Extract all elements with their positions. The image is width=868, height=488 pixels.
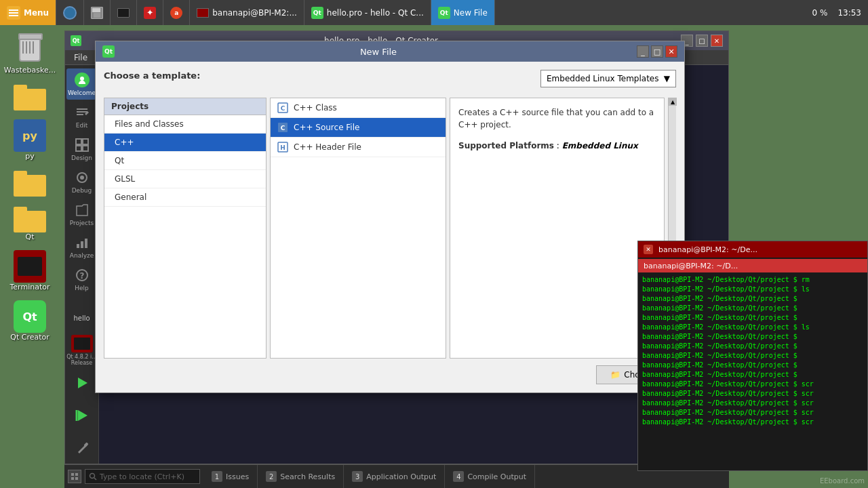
sidebar-item-hello[interactable]: hello	[66, 302, 98, 333]
analyze-icon	[74, 235, 90, 251]
category-glsl[interactable]: GLSL	[104, 170, 266, 188]
terminal-titlebar: ✕ bananapi@BPI-M2: ~/De...	[638, 241, 867, 258]
template-cpp-class[interactable]: C C++ Class	[271, 98, 446, 118]
sidebar-item-design[interactable]: Design	[66, 134, 98, 165]
watermark: EEboard.com	[820, 477, 865, 485]
sidebar-item-welcome[interactable]: Welcome	[66, 68, 98, 100]
avast-button[interactable]: a	[163, 0, 190, 25]
dialog-titlebar: Qt New File _ □ ✕	[96, 41, 684, 62]
panel-toggle[interactable]	[68, 470, 81, 483]
qt-creator-desktop-icon[interactable]: Qt Qt Creator	[5, 298, 54, 344]
term-line-15: bananapi@BPI-M2 ~/Desktop/Qt/project $ s…	[642, 418, 863, 427]
qt-version-label: Qt 4.8.2 i... Release	[66, 354, 98, 366]
py-icon[interactable]: py py	[5, 117, 54, 163]
description-panel: Creates a C++ source file that you can a…	[450, 98, 665, 359]
qt-folder-label: Qt	[26, 232, 35, 241]
terminator-icon[interactable]: Terminator	[5, 247, 54, 294]
svg-rect-0	[9, 9, 18, 11]
dialog-maximize[interactable]: □	[651, 45, 663, 58]
template-cpp-source[interactable]: C C++ Source File	[271, 118, 446, 138]
svg-rect-29	[75, 473, 78, 476]
debug-label: Debug	[72, 187, 92, 194]
sidebar-item-help[interactable]: ? Help	[66, 264, 98, 295]
terminator-screen	[18, 257, 42, 276]
dialog-controls: _ □ ✕	[637, 45, 677, 58]
platforms-colon: :	[557, 141, 562, 150]
issues-num: 1	[212, 471, 222, 482]
bananapi-terminal-button[interactable]: bananapi@BPI-M2:...	[190, 0, 304, 25]
wastebasket-label: Wastebaske...	[4, 66, 56, 75]
svg-rect-7	[76, 139, 81, 144]
svg-rect-6	[77, 114, 83, 115]
sidebar-item-build[interactable]	[66, 432, 98, 464]
template-cpp-header[interactable]: H C++ Header File	[271, 138, 446, 157]
terminal-close-btn[interactable]: ✕	[644, 245, 653, 254]
svg-rect-4	[77, 108, 87, 110]
platforms-section: Supported Platforms : Embedded Linux	[458, 141, 656, 150]
qt-folder-icon[interactable]: Qt	[5, 203, 54, 244]
tab-search-results[interactable]: 2 Search Results	[258, 465, 344, 489]
terminal-dark-icon	[117, 8, 130, 18]
maximize-button[interactable]: □	[696, 35, 708, 47]
dialog-close[interactable]: ✕	[665, 45, 677, 58]
wastebasket-icon[interactable]: Wastebaske...	[5, 30, 54, 77]
category-qt[interactable]: Qt	[104, 152, 266, 170]
svg-rect-28	[71, 473, 74, 476]
scroll-up-arrow[interactable]: ▲	[669, 98, 677, 106]
close-button[interactable]: ✕	[711, 35, 723, 47]
menu-button[interactable]: Menu	[0, 0, 56, 25]
category-general[interactable]: General	[104, 188, 266, 207]
search-results-label: Search Results	[280, 472, 335, 481]
folder1-icon[interactable]	[5, 81, 54, 113]
terminal-dark-button[interactable]	[111, 0, 137, 25]
disk-icon	[91, 7, 103, 19]
sidebar-item-debug[interactable]: Debug	[66, 166, 98, 197]
menu-file[interactable]: File	[68, 50, 93, 65]
category-cpp[interactable]: C++	[104, 134, 266, 152]
term-line-5: bananapi@BPI-M2 ~/Desktop/Qt/project $ l…	[642, 323, 863, 332]
dialog-main: Projects Files and Classes C++ Qt GLSL G…	[104, 98, 676, 359]
term-line-1: bananapi@BPI-M2 ~/Desktop/Qt/project $ l…	[642, 285, 863, 294]
folder2-icon[interactable]	[5, 167, 54, 199]
qt-creator-button[interactable]: Qt hello.pro - hello - Qt C...	[304, 0, 431, 25]
term-line-3: bananapi@BPI-M2 ~/Desktop/Qt/project $	[642, 304, 863, 313]
template-dropdown[interactable]: Embedded Linux Templates ▼	[540, 70, 676, 87]
sidebar-item-qt-version[interactable]: Qt 4.8.2 i... Release	[66, 335, 98, 366]
menu-icon	[7, 6, 20, 20]
choose-icon: 📁	[610, 370, 620, 380]
category-files-and-classes[interactable]: Files and Classes	[104, 115, 266, 134]
term-line-4: bananapi@BPI-M2 ~/Desktop/Qt/project $	[642, 313, 863, 323]
sidebar-item-edit[interactable]: Edit	[66, 101, 98, 132]
qt-creator-desktop-label: Qt Creator	[10, 333, 50, 342]
dialog-title: New File	[120, 47, 637, 57]
dialog-minimize[interactable]: _	[637, 45, 649, 58]
creator-sidebar: Welcome Edit Design	[65, 65, 99, 464]
app-output-label: Application Output	[366, 472, 436, 481]
globe-button[interactable]	[56, 0, 84, 25]
save-button[interactable]	[84, 0, 111, 25]
tab-issues[interactable]: 1 Issues	[203, 465, 258, 489]
bottom-panel: Type to locate (Ctrl+K) 1 Issues 2 Searc…	[64, 464, 729, 488]
tab-application-output[interactable]: 3 Application Output	[344, 465, 445, 489]
tab-compile-output[interactable]: 4 Compile Output	[445, 465, 535, 489]
terminal-tab[interactable]: bananapi@BPI-M2: ~/D...	[638, 259, 867, 272]
sidebar-item-build-run[interactable]	[66, 400, 98, 431]
py-label: py	[25, 152, 35, 161]
locate-search[interactable]: Type to locate (Ctrl+K)	[85, 469, 200, 484]
dropdown-arrow: ▼	[664, 74, 670, 83]
sidebar-item-run[interactable]	[66, 367, 98, 399]
sidebar-item-projects[interactable]: Projects	[66, 199, 98, 230]
svg-rect-9	[76, 146, 81, 151]
svg-rect-15	[85, 239, 87, 248]
new-file-tab-label: New File	[454, 8, 488, 18]
sidebar-item-analyze[interactable]: Analyze	[66, 231, 98, 262]
template-list: C C++ Class C C++ Source File H	[270, 98, 446, 359]
edit-icon	[74, 104, 90, 121]
new-file-tab-button[interactable]: Qt New File	[431, 0, 495, 25]
star-button[interactable]: ✦	[137, 0, 163, 25]
qt-logo-small: Qt	[71, 35, 81, 46]
run-icon	[74, 375, 90, 391]
folder1-tab	[14, 85, 27, 92]
qt-creator-icon: Qt	[311, 7, 323, 19]
menu-label: Menu	[24, 8, 49, 18]
